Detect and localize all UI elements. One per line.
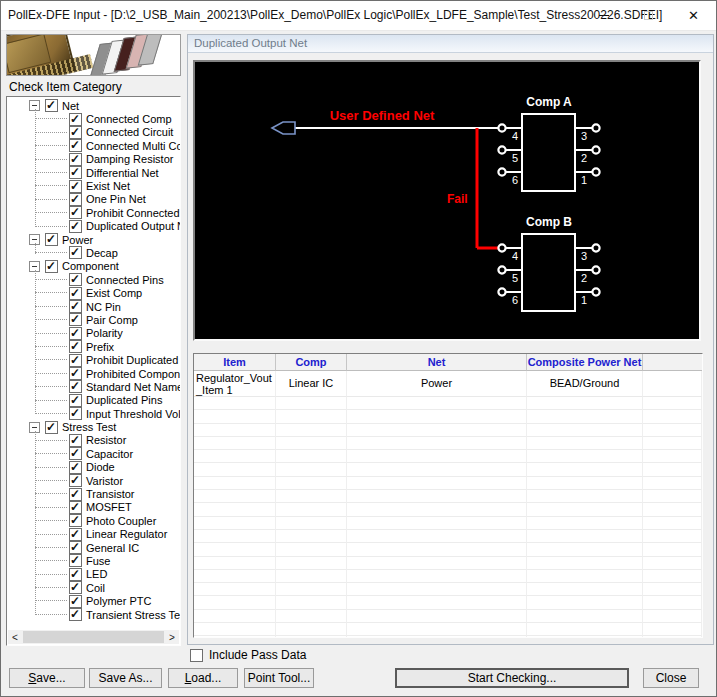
tree-item-exist-comp[interactable]: Exist Comp — [7, 286, 180, 299]
checkbox-icon[interactable] — [69, 180, 82, 193]
save-as-button[interactable]: Save As... — [89, 668, 162, 688]
tree-item-prohibited-component[interactable]: Prohibited Component — [7, 367, 180, 380]
checkbox-icon[interactable] — [69, 153, 82, 166]
tree-item-varistor[interactable]: Varistor — [7, 474, 180, 487]
checkbox-icon[interactable] — [45, 99, 58, 112]
tree-item-polymer-ptc[interactable]: Polymer PTC — [7, 594, 180, 607]
table-cell — [276, 477, 347, 490]
tree-item-standard-net-name[interactable]: Standard Net Name — [7, 380, 180, 393]
tree-item-linear-regulator[interactable]: Linear Regulator — [7, 528, 180, 541]
tree-item-power[interactable]: Power — [7, 233, 180, 246]
checkbox-icon[interactable] — [69, 474, 82, 487]
checkbox-icon[interactable] — [69, 113, 82, 126]
checkbox-icon[interactable] — [69, 246, 82, 259]
tree-item-component[interactable]: Component — [7, 260, 180, 273]
checkbox-icon[interactable] — [69, 380, 82, 393]
checkbox-icon[interactable] — [69, 608, 82, 621]
tree-item-general-ic[interactable]: General IC — [7, 541, 180, 554]
checkbox-icon[interactable] — [69, 554, 82, 567]
checkbox-icon[interactable] — [69, 126, 82, 139]
checkbox-icon[interactable] — [45, 421, 58, 434]
checkbox-icon[interactable] — [69, 300, 82, 313]
save-button[interactable]: Save... — [9, 668, 85, 688]
tree-item-exist-net[interactable]: Exist Net — [7, 179, 180, 192]
checkbox-icon[interactable] — [69, 461, 82, 474]
tree-item-led[interactable]: LED — [7, 568, 180, 581]
tree-item-duplicated-pins[interactable]: Duplicated Pins — [7, 394, 180, 407]
checkbox-icon[interactable] — [69, 528, 82, 541]
checkbox-icon[interactable] — [69, 287, 82, 300]
tree-item-polarity[interactable]: Polarity — [7, 327, 180, 340]
checkbox-icon[interactable] — [45, 260, 58, 273]
tree-item-one-pin-net[interactable]: One Pin Net — [7, 193, 180, 206]
checkbox-icon[interactable] — [69, 367, 82, 380]
checkbox-icon[interactable] — [69, 407, 82, 420]
tree-item-differential-net[interactable]: Differential Net — [7, 166, 180, 179]
checkbox-icon[interactable] — [190, 649, 203, 662]
checkbox-icon[interactable] — [45, 233, 58, 246]
minimize-button[interactable] — [581, 1, 626, 30]
load-button[interactable]: Load... — [168, 668, 238, 688]
checkbox-icon[interactable] — [69, 354, 82, 367]
tree-item-input-threshold-voltage[interactable]: Input Threshold Voltage — [7, 407, 180, 420]
title-bar[interactable]: PollEx-DFE Input - [D:\2_USB_Main_200213… — [1, 1, 716, 31]
tree-item-connected-circuit[interactable]: Connected Circuit — [7, 126, 180, 139]
header-cell-item[interactable]: Item — [194, 354, 276, 371]
checkbox-icon[interactable] — [69, 514, 82, 527]
checkbox-icon[interactable] — [69, 139, 82, 152]
scroll-right-arrow[interactable]: > — [165, 630, 179, 644]
tree-item-capacitor[interactable]: Capacitor — [7, 447, 180, 460]
checkbox-icon[interactable] — [69, 488, 82, 501]
close-button[interactable]: Close — [643, 668, 699, 688]
tree-item-decap[interactable]: Decap — [7, 246, 180, 259]
tree-item-pair-comp[interactable]: Pair Comp — [7, 313, 180, 326]
tree-item-connected-pins[interactable]: Connected Pins — [7, 273, 180, 286]
tree-item-coil[interactable]: Coil — [7, 581, 180, 594]
header-cell-net[interactable]: Net — [347, 354, 527, 371]
checkbox-icon[interactable] — [69, 501, 82, 514]
tree-item-damping-resistor[interactable]: Damping Resistor — [7, 153, 180, 166]
tree-item-duplicated-output-net[interactable]: Duplicated Output Net — [7, 220, 180, 233]
checkbox-icon[interactable] — [69, 166, 82, 179]
checkbox-icon[interactable] — [69, 394, 82, 407]
header-cell-comp[interactable]: Comp — [276, 354, 347, 371]
start-checking-button[interactable]: Start Checking... — [395, 668, 629, 688]
tree-item-stress-test[interactable]: Stress Test — [7, 420, 180, 433]
tree-item-mosfet[interactable]: MOSFET — [7, 501, 180, 514]
scroll-left-arrow[interactable]: < — [8, 630, 22, 644]
close-button[interactable]: ✕ — [671, 1, 716, 30]
checkbox-icon[interactable] — [69, 541, 82, 554]
checkbox-icon[interactable] — [69, 581, 82, 594]
checkbox-icon[interactable] — [69, 340, 82, 353]
checkbox-icon[interactable] — [69, 193, 82, 206]
tree-item-transient-stress-test[interactable]: Transient Stress Test — [7, 608, 180, 621]
checkbox-icon[interactable] — [69, 206, 82, 219]
checkbox-icon[interactable] — [69, 568, 82, 581]
checkbox-icon[interactable] — [69, 327, 82, 340]
table-row[interactable]: Regulator_Vout_Item 1Linear ICPowerBEAD/… — [194, 371, 702, 397]
tree-item-transistor[interactable]: Transistor — [7, 487, 180, 500]
tree-item-fuse[interactable]: Fuse — [7, 554, 180, 567]
tree-item-net[interactable]: Net — [7, 99, 180, 112]
point-tool-button[interactable]: Point Tool... — [244, 668, 314, 688]
checkbox-icon[interactable] — [69, 273, 82, 286]
scroll-thumb[interactable] — [23, 631, 164, 643]
tree-horizontal-scrollbar[interactable]: < > — [8, 630, 179, 644]
tree-item-prefix[interactable]: Prefix — [7, 340, 180, 353]
checkbox-icon[interactable] — [69, 220, 82, 233]
tree-item-diode[interactable]: Diode — [7, 461, 180, 474]
tree-item-connected-multi-comp[interactable]: Connected Multi Comp — [7, 139, 180, 152]
maximize-button[interactable] — [626, 1, 671, 30]
checkbox-icon[interactable] — [69, 313, 82, 326]
tree-item-prohibit-connected-comp[interactable]: Prohibit Connected Comp — [7, 206, 180, 219]
include-pass-data-checkbox[interactable]: Include Pass Data — [190, 648, 306, 662]
tree-item-photo-coupler[interactable]: Photo Coupler — [7, 514, 180, 527]
checkbox-icon[interactable] — [69, 595, 82, 608]
checkbox-icon[interactable] — [69, 447, 82, 460]
checkbox-icon[interactable] — [69, 434, 82, 447]
tree-item-nc-pin[interactable]: NC Pin — [7, 300, 180, 313]
tree-item-connected-comp[interactable]: Connected Comp — [7, 112, 180, 125]
tree-item-resistor[interactable]: Resistor — [7, 434, 180, 447]
header-cell-composite-power-net[interactable]: Composite Power Net — [527, 354, 643, 371]
tree-item-prohibit-duplicated-net[interactable]: Prohibit Duplicated Net — [7, 353, 180, 366]
